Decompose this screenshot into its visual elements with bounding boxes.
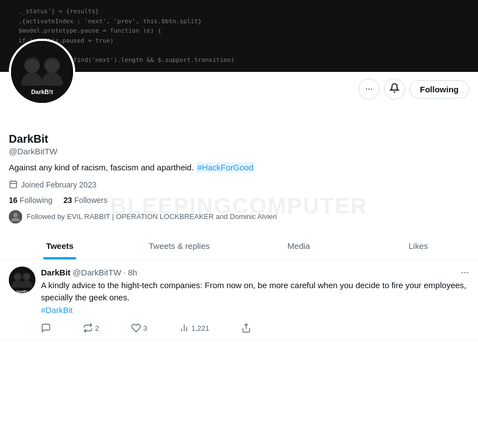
followers-label: Followers (74, 196, 107, 205)
tweet-avatar[interactable]: DarkB!t (9, 267, 35, 293)
more-icon: ··· (365, 84, 372, 94)
tweet-time: 8h (128, 268, 137, 277)
tweet-more-button[interactable]: ··· (461, 267, 469, 278)
actions-row: ··· Following (9, 72, 469, 104)
notification-button[interactable] (384, 79, 405, 100)
svg-text:DarkB!t: DarkB!t (17, 290, 28, 293)
svg-point-10 (13, 213, 18, 217)
display-name: DarkBit (9, 133, 469, 145)
profile-section: DarkB!t ··· Following DarkBit @DarkBitTW (0, 72, 478, 230)
followed-by-text: Followed by EVIL RABBIT | OPERATION LOCK… (27, 212, 277, 221)
bio-hashtag[interactable]: #HackForGood (196, 162, 255, 173)
tab-tweets-replies[interactable]: Tweets & replies (119, 232, 239, 259)
followers-count: 23 (64, 196, 72, 205)
bio-text: Against any kind of racism, fascism and … (9, 163, 196, 172)
tweet-dot: · (123, 268, 126, 277)
tweet-author-handle: @DarkBitTW (72, 268, 121, 277)
followed-by-row: Followed by EVIL RABBIT | OPERATION LOCK… (9, 210, 469, 223)
tweet-text-content: A kindly advice to the hight-tech compan… (41, 280, 466, 303)
followers-stat[interactable]: 23 Followers (64, 196, 107, 205)
svg-rect-11 (9, 267, 35, 293)
svg-rect-5 (10, 181, 17, 187)
tweet-author-name: DarkBit (41, 268, 70, 277)
avatar-wrapper: DarkB!t (9, 39, 75, 105)
reply-button[interactable] (41, 323, 51, 333)
tab-tweets[interactable]: Tweets (0, 232, 119, 259)
username: @DarkBitTW (9, 147, 469, 156)
tweet-header: DarkBit @DarkBitTW · 8h ··· (41, 267, 469, 278)
share-button[interactable] (241, 323, 251, 333)
tab-tweets-replies-label: Tweets & replies (149, 241, 210, 251)
joined-text: Joined February 2023 (21, 180, 96, 189)
profile-info: DarkBit @DarkBitTW Against any kind of r… (9, 133, 469, 230)
retweet-count: 2 (95, 324, 99, 332)
views-count: 1,221 (191, 324, 210, 332)
bio: Against any kind of racism, fascism and … (9, 162, 469, 174)
followed-by-avatar (9, 210, 22, 223)
tab-likes-label: Likes (408, 241, 428, 251)
tweet-hashtag[interactable]: #DarkBit (41, 305, 73, 315)
following-count: 16 (9, 196, 18, 205)
avatar: DarkB!t (9, 39, 75, 105)
avatar-image: DarkB!t (14, 44, 70, 100)
joined-row: Joined February 2023 (9, 180, 469, 190)
following-stat[interactable]: 16 Following (9, 196, 53, 205)
tweet-author-info: DarkBit @DarkBitTW · 8h (41, 268, 137, 277)
like-button[interactable]: 3 (131, 323, 147, 333)
tweet-actions: 2 3 1,221 (41, 323, 251, 333)
tabs-row: Tweets Tweets & replies Media Likes (0, 232, 478, 260)
views-button[interactable]: 1,221 (179, 323, 210, 333)
tab-media[interactable]: Media (239, 232, 358, 259)
stats-row: 16 Following 23 Followers (9, 196, 469, 205)
tweet-body: DarkBit @DarkBitTW · 8h ··· A kindly adv… (41, 267, 469, 334)
tweet-text: A kindly advice to the hight-tech compan… (41, 279, 469, 317)
like-count: 3 (143, 324, 147, 332)
tab-likes[interactable]: Likes (358, 232, 478, 259)
bell-icon (389, 83, 399, 95)
more-options-button[interactable]: ··· (358, 79, 380, 100)
following-label: Following (20, 196, 53, 205)
retweet-button[interactable]: 2 (83, 323, 99, 333)
tweet-item: DarkB!t DarkBit @DarkBitTW · 8h ··· A ki… (0, 260, 478, 341)
calendar-icon (9, 180, 18, 190)
following-button[interactable]: Following (409, 80, 469, 98)
svg-text:DarkB!t: DarkB!t (31, 88, 53, 95)
tab-media-label: Media (288, 241, 310, 251)
tab-tweets-label: Tweets (46, 241, 74, 251)
